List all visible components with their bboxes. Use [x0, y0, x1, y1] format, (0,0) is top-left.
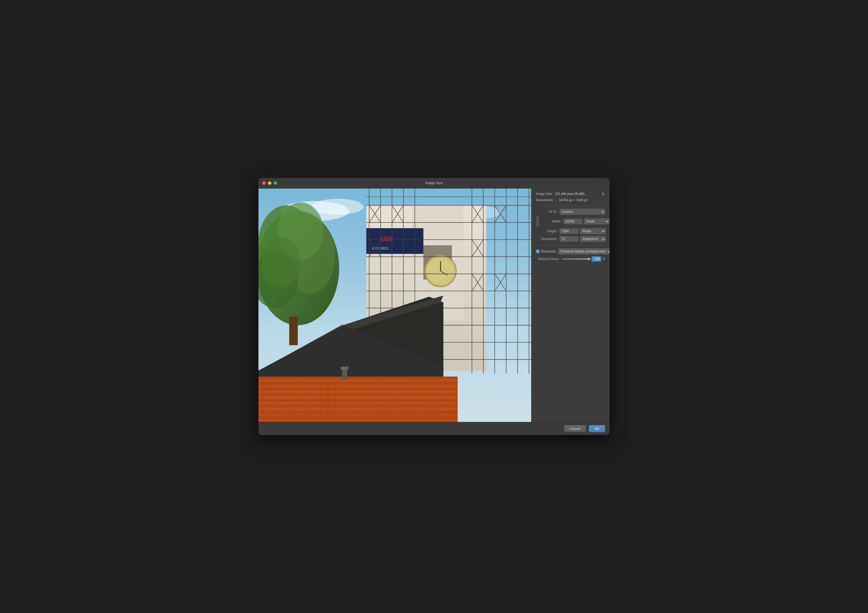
svg-rect-73	[259, 411, 458, 413]
resolution-row: Resolution: Pixels/Inch Pixels/Centimete…	[536, 236, 605, 242]
svg-rect-109	[537, 217, 538, 221]
image-size-info: Image Size: 221,6M (was 55,4M)	[536, 192, 585, 196]
height-input[interactable]	[560, 228, 578, 234]
noise-slider-fill	[562, 259, 591, 260]
right-panel: Image Size: 221,6M (was 55,4M) ⚙ Dimensi…	[531, 188, 609, 423]
svg-rect-74	[259, 416, 458, 419]
panel-divider-1	[536, 206, 605, 206]
svg-rect-72	[259, 405, 458, 407]
window-content: USE KATUSEG...	[259, 188, 609, 423]
height-label: Height:	[536, 229, 557, 233]
height-row: Height: PixelsPercentInchesCentimetersMi…	[536, 228, 605, 234]
width-label: Width:	[539, 220, 561, 223]
titlebar: Image Size	[259, 178, 609, 188]
height-unit-select[interactable]: PixelsPercentInchesCentimetersMillimeter…	[580, 228, 606, 234]
resolution-input[interactable]	[560, 236, 578, 242]
photo-svg: USE KATUSEG...	[259, 188, 531, 423]
window-bottom: Cancel OK	[259, 422, 609, 435]
width-row: Width: PixelsPercentInchesCentimetersMil…	[536, 217, 605, 226]
fit-to-label: Fit To:	[536, 210, 557, 214]
svg-rect-77	[259, 391, 458, 392]
resample-row: Resample: Preserve Details (enlargement)…	[536, 248, 605, 254]
svg-rect-70	[259, 394, 458, 396]
resample-checkbox[interactable]	[536, 249, 539, 253]
resolution-unit-select[interactable]: Pixels/Inch Pixels/Centimeter	[580, 236, 606, 242]
svg-text:USE: USE	[381, 235, 394, 242]
dimensions-row: Dimensions: ⌄ 10784 px × 7184 px	[536, 198, 605, 202]
svg-rect-80	[259, 408, 458, 409]
svg-rect-110	[537, 222, 538, 226]
image-size-label: Image Size:	[536, 192, 553, 196]
image-preview-area: USE KATUSEG...	[259, 188, 531, 423]
photo-container: USE KATUSEG...	[259, 188, 531, 423]
image-size-window: Image Size	[259, 178, 609, 435]
resample-method-select[interactable]: Preserve Details (enlargement) Automatic…	[558, 248, 609, 254]
svg-rect-79	[259, 402, 458, 404]
svg-rect-75	[259, 379, 458, 381]
reduce-noise-row: Reduce Noise: %	[536, 256, 605, 262]
noise-slider[interactable]	[562, 259, 591, 260]
ok-button[interactable]: OK	[589, 425, 605, 432]
dimensions-chevron-icon[interactable]: ⌄	[555, 198, 557, 201]
svg-rect-78	[259, 396, 458, 398]
panel-spacer	[536, 263, 605, 419]
noise-slider-thumb	[588, 257, 591, 261]
fit-to-row: Fit To: Custom Original Size US Paper (8…	[536, 209, 605, 215]
width-unit-select[interactable]: PixelsPercentInchesCentimetersMillimeter…	[584, 218, 609, 224]
link-chain-icon	[536, 217, 539, 226]
fit-to-select[interactable]: Custom Original Size US Paper (8.5" x 11…	[560, 209, 605, 215]
noise-value-input[interactable]	[591, 256, 601, 262]
minimize-button[interactable]	[268, 181, 271, 185]
svg-rect-68	[259, 382, 458, 384]
svg-point-63	[260, 237, 301, 288]
image-size-row: Image Size: 221,6M (was 55,4M) ⚙	[536, 192, 605, 196]
gear-icon[interactable]: ⚙	[601, 192, 605, 196]
resample-label: Resample:	[541, 249, 556, 253]
window-title: Image Size	[425, 181, 443, 185]
dimensions-value: 10784 px × 7184 px	[559, 198, 587, 202]
maximize-button[interactable]	[274, 181, 277, 185]
close-button[interactable]	[262, 181, 266, 185]
reduce-noise-label: Reduce Noise:	[536, 257, 560, 261]
svg-rect-61	[289, 316, 298, 345]
svg-rect-69	[259, 388, 458, 390]
svg-rect-67	[259, 376, 458, 379]
svg-rect-106	[342, 368, 347, 379]
traffic-lights	[262, 181, 277, 185]
svg-rect-107	[341, 367, 349, 369]
svg-point-2	[312, 199, 363, 215]
noise-percent-label: %	[602, 257, 605, 261]
cancel-button[interactable]: Cancel	[564, 425, 586, 432]
noise-slider-container: %	[562, 256, 605, 262]
svg-rect-76	[259, 385, 458, 387]
resolution-label: Resolution:	[536, 237, 557, 241]
svg-rect-71	[259, 399, 458, 402]
width-input[interactable]	[563, 219, 582, 224]
dimensions-label: Dimensions:	[536, 198, 553, 202]
image-size-value: 221,6M (was 55,4M)	[555, 192, 584, 196]
